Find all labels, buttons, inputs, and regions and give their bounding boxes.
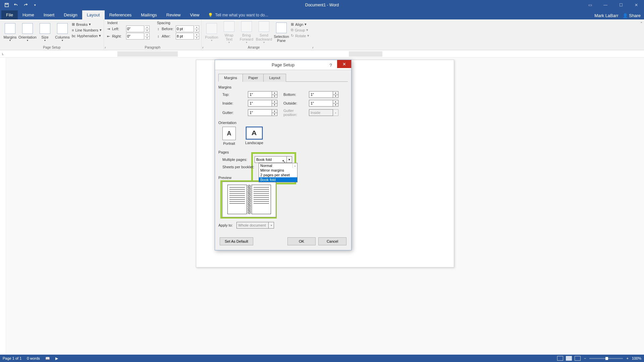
breaks-button[interactable]: ⊞ Breaks ▾ [72,22,102,26]
tell-me-search[interactable]: 💡 Tell me what you want to do... [208,13,268,19]
chevron-down-icon[interactable]: ▾ [268,222,274,228]
apply-to-combo[interactable]: Whole document ▾ [236,222,274,229]
option-mirror-margins[interactable]: Mirror margins [259,168,297,173]
spelling-icon[interactable]: 📖 [45,356,50,361]
tab-review[interactable]: Review [162,10,185,19]
qat-customize-icon[interactable]: ▾ [31,1,39,9]
status-page[interactable]: Page 1 of 1 [3,356,21,360]
window-controls: ▭ — ☐ ✕ [582,0,644,10]
dialog-tab-layout[interactable]: Layout [263,74,286,82]
indent-left-input[interactable] [126,25,144,32]
margin-bottom-label: Bottom: [283,93,304,97]
align-button[interactable]: ⊞ Align ▾ [291,22,309,26]
orientation-landscape[interactable]: A Landscape [245,127,263,145]
option-book-fold[interactable]: Book fold [259,177,297,182]
spacing-before-input[interactable] [176,25,194,32]
dialog-close-icon[interactable]: ✕ [337,60,351,68]
multiple-pages-combo[interactable]: Book fold ▼ [255,156,292,163]
pages-section-heading: Pages [218,150,348,154]
spacing-before-label: Before: [162,27,175,31]
line-numbers-label: Line Numbers [75,28,98,32]
group-label-paragraph[interactable]: Paragraph [106,46,199,50]
account-username[interactable]: Mark LaBarr [594,13,619,18]
horizontal-ruler[interactable]: L [0,50,644,58]
zoom-level[interactable]: 100% [632,356,641,360]
share-button[interactable]: 👤 Share [623,13,641,18]
dialog-titlebar[interactable]: Page Setup ? ✕ [215,60,351,70]
tab-selector[interactable]: L [0,52,6,56]
gutter-input[interactable] [248,109,272,116]
margin-bottom-spinner[interactable]: ▲▼ [333,91,338,98]
vertical-ruler[interactable] [0,58,6,355]
gutter-spinner[interactable]: ▲▼ [272,109,277,116]
margin-inside-spinner[interactable]: ▲▼ [272,100,277,107]
indent-right-input[interactable] [126,33,144,40]
dropdown-scroll-up-icon: ▲ [292,163,297,168]
indent-right-label: Right: [112,34,125,38]
align-label: Align [295,22,303,26]
margin-bottom-input[interactable] [309,91,333,98]
zoom-out-icon[interactable]: − [584,356,586,360]
multiple-pages-value: Book fold [256,158,272,162]
dialog-title-text: Page Setup [272,62,294,67]
dialog-tab-paper[interactable]: Paper [243,74,264,82]
macro-icon[interactable]: ▶ [55,356,58,361]
size-button[interactable]: Size▾ [37,21,53,44]
spacing-before-spinner[interactable]: ▲▼ [195,25,199,32]
set-as-default-button[interactable]: Set As Default [220,237,253,245]
tab-file[interactable]: File [1,10,18,19]
margin-top-input[interactable] [248,91,272,98]
breaks-label: Breaks [76,22,88,26]
ok-button[interactable]: OK [287,237,316,245]
tab-layout[interactable]: Layout [82,10,105,19]
hyphenation-button[interactable]: bc Hyphenation ▾ [72,34,102,38]
tab-insert[interactable]: Insert [39,10,59,19]
selection-pane-button[interactable]: Selection Pane [273,21,289,44]
indent-left-spinner[interactable]: ▲▼ [145,25,150,32]
redo-icon[interactable] [21,1,30,9]
ribbon-display-options-icon[interactable]: ▭ [582,0,598,10]
tab-home[interactable]: Home [18,10,39,19]
multiple-pages-dropdown: ▲ Normal Mirror margins 2 pages per shee… [259,163,298,182]
minimize-icon[interactable]: — [598,0,613,10]
gutter-position-input [309,109,333,116]
read-mode-icon[interactable] [557,356,563,361]
margins-button[interactable]: Margins▾ [2,21,18,44]
cursor-pointer-icon: ↖ [282,159,285,164]
web-layout-icon[interactable] [575,356,581,361]
margin-top-spinner[interactable]: ▲▼ [272,91,277,98]
group-label-page-setup[interactable]: Page Setup [2,46,102,50]
group-paragraph: Indent ⇥Left:▲▼ ⇤Right:▲▼ Spacing ↕Befor… [104,19,202,50]
print-layout-icon[interactable] [566,356,572,361]
tab-view[interactable]: View [185,10,204,19]
portrait-label: Portrait [223,141,235,145]
chevron-down-icon[interactable]: ▼ [286,157,292,163]
columns-button[interactable]: Columns▾ [54,21,70,44]
margin-outside-spinner[interactable]: ▲▼ [333,100,338,107]
margin-outside-input[interactable] [309,100,333,107]
option-normal[interactable]: Normal [259,163,297,168]
dialog-tab-margins[interactable]: Margins [218,74,243,82]
close-window-icon[interactable]: ✕ [629,0,644,10]
margin-inside-input[interactable] [248,100,272,107]
status-words[interactable]: 0 words [27,356,40,360]
position-label: Position [205,35,218,39]
spacing-after-input[interactable] [176,33,194,40]
indent-right-spinner[interactable]: ▲▼ [145,33,150,40]
maximize-icon[interactable]: ☐ [613,0,629,10]
zoom-slider[interactable] [589,358,623,359]
tab-mailings[interactable]: Mailings [136,10,162,19]
tab-design[interactable]: Design [59,10,82,19]
spacing-after-spinner[interactable]: ▲▼ [195,33,199,40]
option-2-pages-per-sheet[interactable]: 2 pages per sheet [259,173,297,177]
line-numbers-button[interactable]: ≡ Line Numbers ▾ [72,28,102,32]
dialog-help-icon[interactable]: ? [326,61,336,69]
tab-references[interactable]: References [105,10,136,19]
zoom-in-icon[interactable]: + [626,356,628,360]
orientation-button[interactable]: Orientation▾ [19,21,36,44]
collapse-ribbon-icon[interactable]: ⌃ [640,21,643,25]
orientation-portrait[interactable]: A Portrait [222,127,236,145]
save-icon[interactable] [3,1,11,9]
undo-icon[interactable] [12,1,20,9]
cancel-button[interactable]: Cancel [318,237,346,245]
